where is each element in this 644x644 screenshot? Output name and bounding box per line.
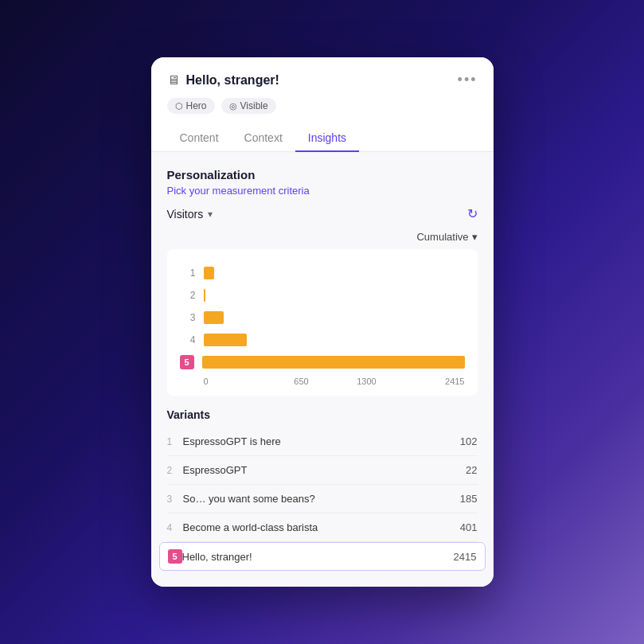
hero-icon: ⬡ <box>175 101 183 111</box>
variant-name-1: EspressoGPT is here <box>183 435 460 447</box>
variant-name-3: So… you want some beans? <box>183 493 460 505</box>
visible-icon: ◎ <box>229 101 237 111</box>
visible-tag-label: Visible <box>240 100 268 111</box>
chart-container: 1 2 3 4 <box>167 249 478 396</box>
tab-content[interactable]: Content <box>167 125 232 152</box>
chart-bar-3 <box>204 311 224 324</box>
chart-bar-area-2 <box>204 284 465 306</box>
visible-tag[interactable]: ◎ Visible <box>221 98 276 114</box>
header-top: 🖥 Hello, stranger! ••• <box>167 72 478 88</box>
chart-row-4: 4 <box>180 329 465 351</box>
variant-num-4: 4 <box>167 522 183 533</box>
variants-section: Variants 1 EspressoGPT is here 102 2 Esp… <box>167 408 478 571</box>
variant-num-2: 2 <box>167 465 183 476</box>
section-title: Personalization <box>167 168 478 181</box>
variant-row-3: 3 So… you want some beans? 185 <box>167 485 478 513</box>
chart-label-5-highlighted: 5 <box>180 355 194 369</box>
tab-insights[interactable]: Insights <box>295 125 359 152</box>
hero-tag[interactable]: ⬡ Hero <box>167 98 215 114</box>
variant-row-4: 4 Become a world-class barista 401 <box>167 513 478 542</box>
chart-area: 1 2 3 4 <box>180 262 465 373</box>
variant-num-1: 1 <box>167 436 183 447</box>
header-tags: ⬡ Hero ◎ Visible <box>167 98 478 114</box>
card-header: 🖥 Hello, stranger! ••• ⬡ Hero ◎ Visible … <box>151 57 494 152</box>
variant-name-4: Become a world-class barista <box>183 521 460 533</box>
variant-count-4: 401 <box>460 521 478 533</box>
visitors-label: Visitors <box>167 208 204 221</box>
chart-bar-area-1 <box>204 262 465 284</box>
chart-bar-area-5 <box>202 351 465 373</box>
variant-count-3: 185 <box>460 493 478 505</box>
chart-x-labels: 0 650 1300 2415 <box>204 377 465 386</box>
variant-count-5: 2415 <box>454 551 477 563</box>
cumulative-row: Cumulative ▾ <box>167 231 478 243</box>
controls-row: Visitors ▾ ↻ <box>167 206 478 221</box>
variant-row-2: 2 EspressoGPT 22 <box>167 456 478 485</box>
chart-row-2: 2 <box>180 284 465 306</box>
chart-label-1: 1 <box>180 267 196 279</box>
chart-bar-1 <box>204 267 215 279</box>
tab-context[interactable]: Context <box>232 125 295 152</box>
hero-tag-label: Hero <box>186 100 207 111</box>
chart-bar-area-4 <box>204 329 465 351</box>
x-label-2415: 2415 <box>400 377 465 386</box>
x-label-1300: 1300 <box>334 377 400 386</box>
x-label-0: 0 <box>204 377 269 386</box>
cumulative-dropdown[interactable]: Cumulative ▾ <box>416 231 477 243</box>
card-body: Personalization Pick your measurement cr… <box>151 152 494 587</box>
chart-bar-2 <box>204 289 206 302</box>
variant-num-3: 3 <box>167 494 183 505</box>
chart-label-2: 2 <box>180 290 196 301</box>
section-subtitle: Pick your measurement criteria <box>167 185 478 197</box>
variant-count-2: 22 <box>466 464 477 476</box>
variants-title: Variants <box>167 408 478 421</box>
header-left: 🖥 Hello, stranger! <box>167 73 279 88</box>
chart-bar-4 <box>204 334 247 346</box>
chart-bar-area-3 <box>204 306 465 329</box>
variant-count-1: 102 <box>460 435 478 447</box>
tabs-nav: Content Context Insights <box>167 125 478 151</box>
chart-bar-5 <box>202 356 465 369</box>
cumulative-label: Cumulative <box>416 231 468 243</box>
more-menu-button[interactable]: ••• <box>458 72 478 88</box>
refresh-button[interactable]: ↻ <box>467 206 478 221</box>
chart-label-3: 3 <box>180 312 196 323</box>
card-title: Hello, stranger! <box>186 73 279 88</box>
chart-row-5: 5 <box>180 351 465 373</box>
variant-row-1: 1 EspressoGPT is here 102 <box>167 427 478 456</box>
chart-label-4: 4 <box>180 334 196 345</box>
chart-row-1: 1 <box>180 262 465 284</box>
monitor-icon: 🖥 <box>167 73 180 88</box>
variant-row-5-highlighted: 5 Hello, stranger! 2415 <box>159 542 486 571</box>
chevron-down-icon: ▾ <box>208 209 213 220</box>
x-label-650: 650 <box>269 377 334 386</box>
variant-name-2: EspressoGPT <box>183 464 466 476</box>
cumulative-chevron-icon: ▾ <box>472 231 478 243</box>
variant-num-5: 5 <box>168 549 182 564</box>
chart-row-3: 3 <box>180 306 465 329</box>
main-card: 🖥 Hello, stranger! ••• ⬡ Hero ◎ Visible … <box>151 57 494 587</box>
visitors-dropdown[interactable]: Visitors ▾ <box>167 208 213 221</box>
variant-name-5: Hello, stranger! <box>182 551 454 563</box>
